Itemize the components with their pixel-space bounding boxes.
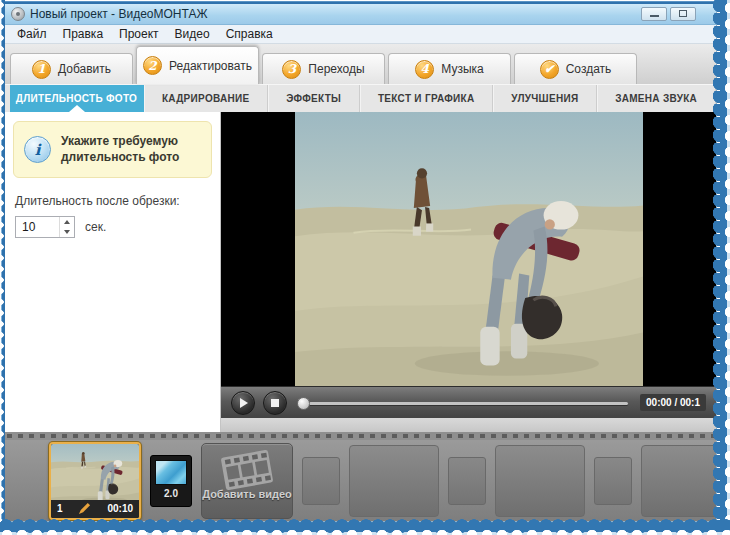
- sub-tab-bar: ДЛИТЕЛЬНОСТЬ ФОТО КАДРИРОВАНИЕ ЭФФЕКТЫ Т…: [5, 84, 716, 112]
- time-display: 00:00 / 00:1: [640, 394, 706, 411]
- player-lower-strip: [221, 418, 716, 432]
- subtab-effects[interactable]: ЭФФЕКТЫ: [268, 85, 360, 112]
- clip-thumbnail-image: [51, 444, 139, 500]
- player-bar: 00:00 / 00:1: [221, 386, 716, 418]
- window-controls: [641, 7, 710, 21]
- tab-add-label: Добавить: [58, 62, 111, 76]
- stepper-buttons: [59, 217, 74, 237]
- clip-info-bar: 1 00:10: [51, 500, 139, 518]
- menu-edit[interactable]: Правка: [55, 26, 112, 42]
- video-frame-image: [295, 112, 643, 386]
- menu-file[interactable]: Файл: [9, 26, 55, 42]
- subtab-crop[interactable]: КАДРИРОВАНИЕ: [144, 85, 268, 112]
- info-text: Укажите требуемую длительность фото: [61, 134, 201, 165]
- timeline-transition[interactable]: 2.0: [150, 455, 192, 507]
- duration-row: 10 сек.: [15, 216, 212, 238]
- menu-video[interactable]: Видео: [167, 26, 218, 42]
- subtab-sound-replace[interactable]: ЗАМЕНА ЗВУКА: [597, 85, 716, 112]
- info-icon: i: [24, 136, 51, 163]
- empty-transition-slot: [594, 457, 632, 505]
- stepper-down-icon[interactable]: [60, 227, 74, 237]
- step-1-badge: 1: [32, 60, 51, 79]
- timeline: 1 00:10 2.0 Добавить видео: [5, 432, 716, 521]
- screenshot-frame: Новый проект - ВидеоМОНТАЖ Файл Правка П…: [0, 0, 730, 535]
- step-3-badge: 3: [282, 60, 301, 79]
- transition-duration: 2.0: [164, 488, 178, 499]
- timeline-tracks: 1 00:10 2.0 Добавить видео: [5, 440, 716, 521]
- empty-clip-slot: [641, 445, 716, 517]
- menu-help[interactable]: Справка: [218, 26, 281, 42]
- play-button[interactable]: [231, 391, 255, 415]
- duration-field-label: Длительность после обрезки:: [15, 194, 212, 208]
- tab-create-label: Создать: [566, 62, 612, 76]
- film-strip-icon: [218, 448, 276, 492]
- menu-bar: Файл Правка Проект Видео Справка: [5, 25, 716, 44]
- tab-music-label: Музыка: [441, 62, 483, 76]
- tab-music[interactable]: 4 Музыка: [388, 53, 511, 84]
- preview-column: 00:00 / 00:1: [221, 112, 716, 432]
- tab-add[interactable]: 1 Добавить: [10, 53, 133, 84]
- duration-stepper[interactable]: 10: [15, 216, 75, 238]
- seek-handle[interactable]: [297, 397, 310, 410]
- clip-duration: 00:10: [107, 503, 133, 514]
- app-icon: [11, 7, 25, 21]
- empty-clip-slot: [495, 445, 585, 517]
- film-perforation-strip: [5, 432, 716, 440]
- empty-transition-slot: [302, 457, 340, 505]
- tab-transitions[interactable]: 3 Переходы: [262, 53, 385, 84]
- stepper-up-icon[interactable]: [60, 217, 74, 227]
- subtab-enhancements[interactable]: УЛУЧШЕНИЯ: [493, 85, 597, 112]
- info-box: i Укажите требуемую длительность фото: [13, 121, 212, 178]
- add-video-button[interactable]: Добавить видео: [201, 443, 293, 519]
- maximize-icon: [679, 10, 687, 17]
- empty-transition-slot: [448, 457, 486, 505]
- main-tab-bar: 1 Добавить 2 Редактировать 3 Переходы 4 …: [5, 44, 716, 84]
- tab-edit[interactable]: 2 Редактировать: [136, 46, 259, 84]
- video-preview: [221, 112, 716, 386]
- content-area: i Укажите требуемую длительность фото Дл…: [5, 112, 716, 432]
- step-2-badge: 2: [143, 56, 162, 75]
- subtab-photo-duration[interactable]: ДЛИТЕЛЬНОСТЬ ФОТО: [10, 85, 144, 112]
- empty-clip-slot: [349, 445, 439, 517]
- tab-transitions-label: Переходы: [308, 62, 364, 76]
- add-video-label: Добавить видео: [202, 488, 292, 500]
- tab-edit-label: Редактировать: [169, 59, 252, 73]
- maximize-button[interactable]: [670, 7, 696, 21]
- duration-settings-panel: i Укажите требуемую длительность фото Дл…: [5, 112, 221, 432]
- window-title: Новый проект - ВидеоМОНТАЖ: [30, 7, 208, 21]
- minimize-button[interactable]: [641, 7, 667, 21]
- duration-unit: сек.: [85, 220, 106, 234]
- title-bar: Новый проект - ВидеоМОНТАЖ: [5, 3, 716, 25]
- duration-value[interactable]: 10: [16, 217, 59, 237]
- tab-create[interactable]: ✔ Создать: [514, 53, 637, 84]
- edit-pencil-icon[interactable]: [63, 502, 108, 515]
- check-badge: ✔: [540, 60, 559, 79]
- transition-thumbnail: [155, 460, 187, 485]
- app-window: Новый проект - ВидеоМОНТАЖ Файл Правка П…: [4, 2, 717, 522]
- menu-project[interactable]: Проект: [111, 26, 167, 42]
- timeline-clip-1[interactable]: 1 00:10: [49, 442, 141, 520]
- stop-button[interactable]: [263, 391, 287, 415]
- seek-track: [309, 402, 628, 405]
- minimize-icon: [650, 15, 659, 17]
- step-4-badge: 4: [415, 60, 434, 79]
- subtab-text-graphics[interactable]: ТЕКСТ И ГРАФИКА: [360, 85, 493, 112]
- play-icon: [240, 398, 248, 408]
- seek-bar[interactable]: [295, 391, 632, 415]
- stop-icon: [271, 399, 279, 407]
